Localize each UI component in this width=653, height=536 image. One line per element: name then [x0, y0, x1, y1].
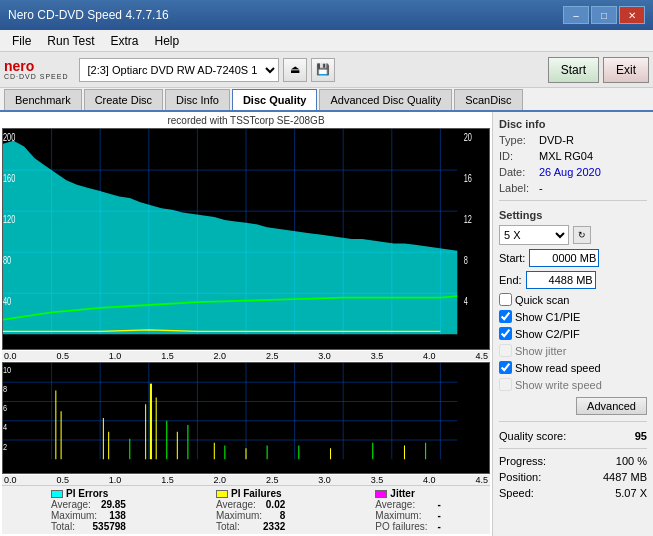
bx-label-6: 3.0: [318, 475, 331, 485]
bx-label-1: 0.5: [56, 475, 69, 485]
speed-label: Speed:: [499, 487, 534, 499]
svg-text:80: 80: [3, 255, 11, 266]
menu-bar: File Run Test Extra Help: [0, 30, 653, 52]
svg-text:20: 20: [464, 132, 472, 143]
disc-id-value: MXL RG04: [539, 150, 593, 162]
window-controls: – □ ✕: [563, 6, 645, 24]
start-input[interactable]: [529, 249, 599, 267]
legend-pif-max-label: Maximum:: [216, 510, 262, 521]
legend-pif-header: PI Failures: [216, 488, 285, 499]
menu-run-test[interactable]: Run Test: [39, 32, 102, 50]
show-read-speed-label: Show read speed: [515, 362, 601, 374]
position-value: 4487 MB: [603, 471, 647, 483]
speed-select[interactable]: 5 X: [499, 225, 569, 245]
end-row: End:: [499, 271, 647, 289]
legend-pif-total-label: Total:: [216, 521, 240, 532]
show-write-speed-row: Show write speed: [499, 378, 647, 391]
legend-pie-header: PI Errors: [51, 488, 126, 499]
svg-text:2: 2: [3, 441, 7, 452]
bx-label-7: 3.5: [371, 475, 384, 485]
tab-disc-info[interactable]: Disc Info: [165, 89, 230, 110]
legend-pie-max-label: Maximum:: [51, 510, 97, 521]
progress-row: Progress: 100 %: [499, 455, 647, 467]
show-write-speed-label: Show write speed: [515, 379, 602, 391]
show-jitter-label: Show jitter: [515, 345, 566, 357]
x-label-6: 3.0: [318, 351, 331, 361]
legend-pif-avg-value: 0.02: [266, 499, 285, 510]
svg-text:10: 10: [3, 364, 11, 375]
menu-help[interactable]: Help: [147, 32, 188, 50]
tab-disc-quality[interactable]: Disc Quality: [232, 89, 318, 110]
show-c2pif-label: Show C2/PIF: [515, 328, 580, 340]
disc-label-row: Label: -: [499, 182, 647, 194]
show-c2pif-checkbox[interactable]: [499, 327, 512, 340]
quick-scan-checkbox[interactable]: [499, 293, 512, 306]
legend-pi-failures: PI Failures Average: 0.02 Maximum: 8 Tot…: [216, 488, 285, 532]
end-label: End:: [499, 274, 522, 286]
show-c1pie-checkbox[interactable]: [499, 310, 512, 323]
disc-date-label: Date:: [499, 166, 535, 178]
toolbar: nero CD·DVD SPEED [2:3] Optiarc DVD RW A…: [0, 52, 653, 88]
advanced-button[interactable]: Advanced: [576, 397, 647, 415]
start-row: Start:: [499, 249, 647, 267]
save-button[interactable]: 💾: [311, 58, 335, 82]
menu-file[interactable]: File: [4, 32, 39, 50]
chart-area: recorded with TSSTcorp SE-208GB: [0, 112, 493, 536]
x-label-3: 1.5: [161, 351, 174, 361]
legend-pie-color: [51, 490, 63, 498]
app-title: Nero CD-DVD Speed 4.7.7.16: [8, 8, 169, 22]
tab-benchmark[interactable]: Benchmark: [4, 89, 82, 110]
disc-type-row: Type: DVD-R: [499, 134, 647, 146]
legend-jitter-po-label: PO failures:: [375, 521, 427, 532]
svg-text:120: 120: [3, 214, 15, 225]
end-input[interactable]: [526, 271, 596, 289]
bx-label-3: 1.5: [161, 475, 174, 485]
quality-score-value: 95: [635, 430, 647, 442]
minimize-button[interactable]: –: [563, 6, 589, 24]
legend-jitter-color: [375, 490, 387, 498]
tab-advanced-disc-quality[interactable]: Advanced Disc Quality: [319, 89, 452, 110]
menu-extra[interactable]: Extra: [102, 32, 146, 50]
progress-value: 100 %: [616, 455, 647, 467]
quality-score-label: Quality score:: [499, 430, 566, 442]
svg-text:12: 12: [464, 214, 472, 225]
exit-button[interactable]: Exit: [603, 57, 649, 83]
tab-create-disc[interactable]: Create Disc: [84, 89, 163, 110]
eject-button[interactable]: ⏏: [283, 58, 307, 82]
x-label-7: 3.5: [371, 351, 384, 361]
x-label-8: 4.0: [423, 351, 436, 361]
legend-jitter-header: Jitter: [375, 488, 441, 499]
close-button[interactable]: ✕: [619, 6, 645, 24]
disc-id-row: ID: MXL RG04: [499, 150, 647, 162]
tab-scan-disc[interactable]: ScanDisc: [454, 89, 522, 110]
legend-pif-avg-row: Average: 0.02: [216, 499, 285, 510]
disc-date-row: Date: 26 Aug 2020: [499, 166, 647, 178]
x-label-1: 0.5: [56, 351, 69, 361]
position-label: Position:: [499, 471, 541, 483]
maximize-button[interactable]: □: [591, 6, 617, 24]
start-button[interactable]: Start: [548, 57, 599, 83]
bx-label-4: 2.0: [214, 475, 227, 485]
drive-select[interactable]: [2:3] Optiarc DVD RW AD-7240S 1.04: [79, 58, 279, 82]
quick-scan-row: Quick scan: [499, 293, 647, 306]
legend-jitter-avg-value: -: [438, 499, 441, 510]
nero-logo: nero CD·DVD SPEED: [4, 59, 69, 80]
disc-label-label: Label:: [499, 182, 535, 194]
disc-date-value: 26 Aug 2020: [539, 166, 601, 178]
legend-jitter-max-row: Maximum: -: [375, 510, 441, 521]
refresh-button[interactable]: ↻: [573, 226, 591, 244]
x-label-5: 2.5: [266, 351, 279, 361]
logo-sub: CD·DVD SPEED: [4, 73, 69, 80]
progress-label: Progress:: [499, 455, 546, 467]
legend-jitter-po-value: -: [438, 521, 441, 532]
logo-text: nero: [4, 59, 69, 73]
divider-1: [499, 200, 647, 201]
bx-label-0: 0.0: [4, 475, 17, 485]
legend-pie-max-row: Maximum: 138: [51, 510, 126, 521]
legend-jitter-label: Jitter: [390, 488, 414, 499]
legend-pif-total-row: Total: 2332: [216, 521, 285, 532]
legend-pi-errors: PI Errors Average: 29.85 Maximum: 138 To…: [51, 488, 126, 532]
show-read-speed-checkbox[interactable]: [499, 361, 512, 374]
disc-type-label: Type:: [499, 134, 535, 146]
legend-area: PI Errors Average: 29.85 Maximum: 138 To…: [2, 485, 490, 534]
